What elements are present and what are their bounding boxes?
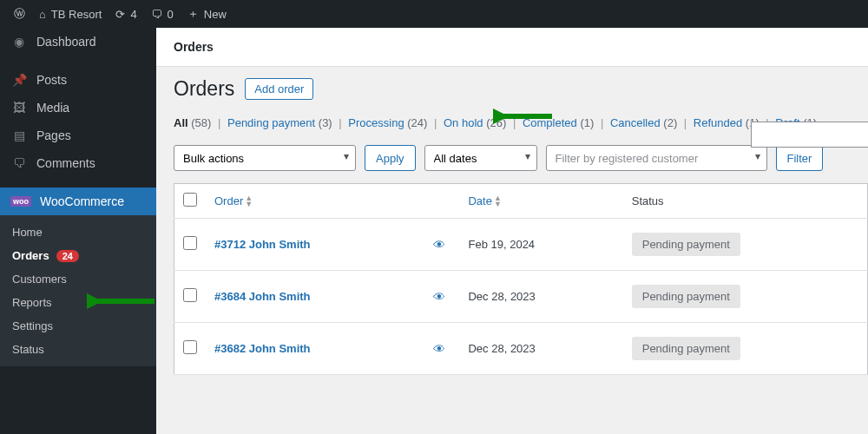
comment-icon: 🗨 [10, 156, 28, 170]
wordpress-icon: ⓦ [14, 6, 25, 22]
sidebar-item-woocommerce[interactable]: wooWooCommerce [0, 187, 156, 215]
plus-icon: ＋ [187, 6, 199, 22]
filter-link[interactable]: Processing [348, 116, 404, 129]
new-content-link[interactable]: ＋New [181, 0, 233, 28]
table-row: #3682 John Smith 👁 Dec 28, 2023 Pending … [174, 323, 868, 375]
new-label: New [204, 8, 227, 21]
sidebar-sub-label: Reports [12, 296, 52, 309]
breadcrumb: Orders [156, 28, 868, 67]
order-link[interactable]: #3682 John Smith [214, 342, 311, 355]
sidebar-sub-label: Orders [12, 249, 49, 262]
home-icon: ⌂ [39, 8, 46, 21]
sidebar-submenu: Home Orders24 Customers Reports Settings… [0, 215, 156, 366]
orders-table: Order▲▼ Date▲▼ Status #3712 John Smith 👁… [174, 183, 868, 375]
sidebar-item-label: Media [36, 101, 69, 115]
sort-icon: ▲▼ [494, 195, 502, 207]
media-icon: 🖾 [10, 101, 28, 115]
order-date: Dec 28, 2023 [459, 323, 622, 375]
admin-sidebar: ◉Dashboard 📌Posts 🖾Media ▤Pages 🗨Comment… [0, 28, 156, 434]
sidebar-sub-orders[interactable]: Orders24 [0, 244, 156, 267]
table-row: #3712 John Smith 👁 Feb 19, 2024 Pending … [174, 219, 868, 271]
main-content: Orders Orders Add order All (58) | Pendi… [156, 28, 868, 434]
status-badge: Pending payment [632, 233, 740, 256]
col-order[interactable]: Order▲▼ [206, 184, 424, 219]
sidebar-item-pages[interactable]: ▤Pages [0, 122, 156, 149]
sidebar-item-media[interactable]: 🖾Media [0, 94, 156, 122]
sidebar-item-label: Dashboard [36, 35, 96, 49]
sidebar-item-label: Pages [36, 128, 71, 142]
sidebar-sub-home[interactable]: Home [0, 220, 156, 244]
order-link[interactable]: #3684 John Smith [214, 290, 311, 303]
sidebar-sub-status[interactable]: Status [0, 338, 156, 361]
dashboard-icon: ◉ [10, 35, 28, 49]
orders-badge: 24 [56, 250, 79, 262]
filter-link[interactable]: Completed [523, 116, 577, 129]
sidebar-item-label: WooCommerce [40, 194, 124, 208]
sidebar-item-label: Comments [36, 156, 95, 170]
admin-topbar: ⓦ ⌂TB Resort ⟳4 🗨0 ＋New [0, 0, 868, 28]
comments-count: 0 [168, 8, 174, 21]
add-order-button[interactable]: Add order [245, 78, 313, 100]
filter-link[interactable]: On hold [444, 116, 483, 129]
filter-button[interactable]: Filter [776, 145, 824, 171]
sidebar-sub-label: Settings [12, 319, 53, 332]
table-row: #3684 John Smith 👁 Dec 28, 2023 Pending … [174, 271, 868, 323]
list-toolbar: Bulk actions Apply All dates Filter by r… [174, 145, 868, 171]
sidebar-item-posts[interactable]: 📌Posts [0, 66, 156, 94]
comment-icon: 🗨 [151, 8, 162, 21]
sidebar-item-dashboard[interactable]: ◉Dashboard [0, 28, 156, 56]
row-checkbox[interactable] [183, 340, 197, 354]
filter-link[interactable]: Cancelled [610, 116, 661, 129]
row-checkbox[interactable] [183, 288, 197, 302]
customer-filter-select[interactable]: Filter by registered customer [546, 145, 767, 171]
woo-icon: woo [10, 196, 31, 207]
row-checkbox[interactable] [183, 236, 197, 250]
col-status[interactable]: Status [623, 184, 868, 219]
order-link[interactable]: #3712 John Smith [214, 238, 311, 251]
preview-eye-icon[interactable]: 👁 [433, 342, 445, 356]
updates-count: 4 [130, 8, 136, 21]
sidebar-sub-reports[interactable]: Reports [0, 291, 156, 314]
sidebar-sub-customers[interactable]: Customers [0, 267, 156, 291]
site-link[interactable]: ⌂TB Resort [32, 0, 108, 28]
dates-select[interactable]: All dates [424, 145, 537, 171]
order-date: Dec 28, 2023 [459, 271, 622, 323]
sidebar-item-label: Posts [36, 73, 67, 87]
sidebar-sub-label: Home [12, 226, 43, 239]
status-badge: Pending payment [632, 337, 740, 360]
page-icon: ▤ [10, 128, 28, 142]
sidebar-item-comments[interactable]: 🗨Comments [0, 149, 156, 177]
order-date: Feb 19, 2024 [459, 219, 622, 271]
status-badge: Pending payment [632, 285, 740, 308]
apply-button[interactable]: Apply [365, 145, 416, 171]
filter-link[interactable]: Pending payment [227, 116, 315, 129]
pin-icon: 📌 [10, 73, 28, 87]
sort-icon: ▲▼ [245, 195, 253, 207]
sidebar-sub-label: Status [12, 343, 44, 356]
refresh-icon: ⟳ [115, 8, 125, 21]
wp-logo[interactable]: ⓦ [7, 0, 32, 28]
page-title: Orders [174, 77, 234, 101]
sidebar-sub-settings[interactable]: Settings [0, 314, 156, 338]
filter-label[interactable]: All [174, 116, 188, 129]
sidebar-sub-label: Customers [12, 273, 67, 286]
search-input[interactable] [751, 122, 868, 148]
col-date[interactable]: Date▲▼ [459, 184, 622, 219]
select-all-checkbox[interactable] [183, 193, 197, 207]
filter-link[interactable]: Refunded [694, 116, 742, 129]
updates-link[interactable]: ⟳4 [108, 0, 143, 28]
preview-eye-icon[interactable]: 👁 [433, 238, 445, 252]
preview-eye-icon[interactable]: 👁 [433, 290, 445, 304]
comments-link[interactable]: 🗨0 [144, 0, 181, 28]
bulk-actions-select[interactable]: Bulk actions [174, 145, 356, 171]
site-name: TB Resort [51, 8, 102, 21]
